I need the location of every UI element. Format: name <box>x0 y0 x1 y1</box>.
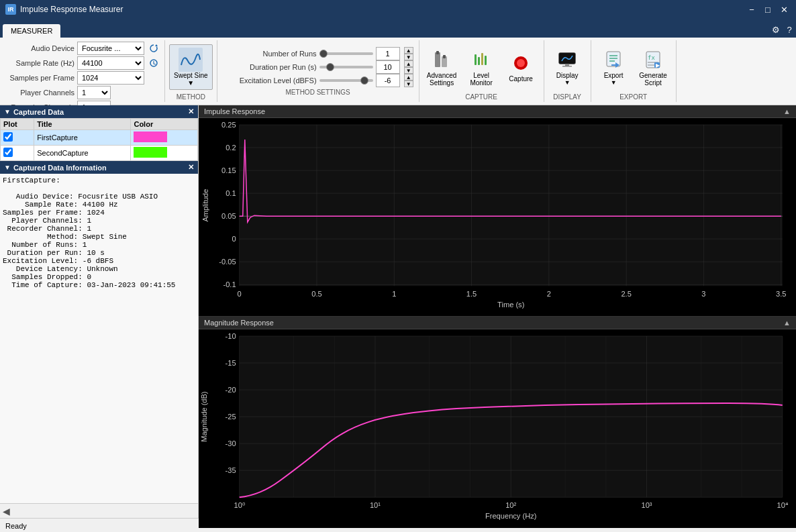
num-runs-label: Number of Runs <box>223 50 317 58</box>
row2-checkbox[interactable] <box>3 148 13 157</box>
capture-button[interactable]: Capture <box>503 48 540 85</box>
ribbon-tabs: MEASURER ⚙ ? <box>0 19 796 38</box>
sample-rate-row: Sample Rate (Hz) 44100 <box>4 56 160 70</box>
scroll-left-button[interactable]: ◀ <box>3 506 10 517</box>
impulse-response-title: Impulse Response <box>204 107 265 115</box>
title-bar: IR Impulse Response Measurer − □ ✕ <box>0 0 796 19</box>
row1-plot[interactable] <box>1 130 34 146</box>
advanced-settings-button[interactable]: AdvancedSettings <box>424 45 460 89</box>
swept-sine-dropdown-icon: ▼ <box>187 79 194 87</box>
excitation-up-button[interactable]: ▲ <box>404 74 413 81</box>
method-group-label: METHOD <box>169 93 213 101</box>
sample-rate-label: Sample Rate (Hz) <box>4 59 74 67</box>
level-monitor-button[interactable]: LevelMonitor <box>463 45 500 89</box>
samples-per-frame-select[interactable]: 1024 <box>77 71 144 85</box>
capture-icon <box>511 51 530 75</box>
captured-data-header-row: Plot Title Color <box>1 119 198 130</box>
export-group-label: EXPORT <box>595 93 672 101</box>
export-group: Export ▼ fx ▶ GenerateScript <box>591 40 677 102</box>
generate-script-icon: fx ▶ <box>644 48 662 72</box>
table-row[interactable]: FirstCapture <box>1 130 198 146</box>
captured-data-info-section: ▼ Captured Data Information ✕ FirstCaptu… <box>0 161 198 503</box>
excitation-spinners: ▲ ▼ <box>404 74 413 87</box>
row2-plot[interactable] <box>1 146 34 161</box>
excitation-row: Excitation Level (dBFS) ▲ ▼ <box>223 74 413 87</box>
advanced-settings-label: AdvancedSettings <box>427 72 456 87</box>
audio-device-refresh-button[interactable] <box>147 42 160 55</box>
num-runs-slider[interactable] <box>319 52 373 55</box>
impulse-response-collapse-icon[interactable]: ▲ <box>783 107 791 115</box>
maximize-button[interactable]: □ <box>761 3 775 16</box>
svg-text:1: 1 <box>392 290 396 298</box>
svg-text:▶: ▶ <box>656 62 660 68</box>
col-color: Color <box>131 119 198 130</box>
impulse-response-header: Impulse Response ▲ <box>199 105 796 118</box>
tab-measurer[interactable]: MEASURER <box>3 24 60 38</box>
method-settings-group-label: METHOD SETTINGS <box>223 89 413 96</box>
duration-slider[interactable] <box>319 66 373 68</box>
app-icon: IR <box>5 4 16 15</box>
captured-data-info-collapse-arrow[interactable]: ▼ <box>4 164 11 171</box>
export-dropdown-icon: ▼ <box>611 79 617 86</box>
svg-text:0.05: 0.05 <box>221 212 236 220</box>
ribbon-help-button[interactable]: ? <box>783 23 796 36</box>
minimize-button[interactable]: − <box>745 3 758 16</box>
export-button[interactable]: Export ▼ <box>595 45 632 89</box>
excitation-slider[interactable] <box>319 79 373 82</box>
excitation-input[interactable] <box>376 74 400 87</box>
excitation-label: Excitation Level (dBFS) <box>223 76 317 85</box>
svg-text:-0.1: -0.1 <box>223 280 236 288</box>
svg-text:-15: -15 <box>226 359 236 367</box>
samples-per-frame-row: Samples per Frame 1024 <box>4 71 160 85</box>
swept-sine-icon <box>179 48 203 72</box>
svg-text:0.1: 0.1 <box>226 189 236 197</box>
num-runs-down-button[interactable]: ▼ <box>404 54 413 60</box>
col-plot: Plot <box>1 119 34 130</box>
audio-device-select[interactable]: Focusrite ... <box>77 42 144 55</box>
captured-data-close-icon[interactable]: ✕ <box>188 107 194 116</box>
svg-text:10¹: 10¹ <box>370 502 381 510</box>
captured-data-info-header: ▼ Captured Data Information ✕ <box>0 161 198 174</box>
player-channels-label: Player Channels <box>4 89 74 97</box>
num-runs-spinners: ▲ ▼ <box>404 47 413 60</box>
num-runs-up-button[interactable]: ▲ <box>404 47 413 54</box>
table-row[interactable]: SecondCapture <box>1 146 198 161</box>
captured-data-info-header-left: ▼ Captured Data Information <box>4 164 107 172</box>
captured-data-info-title: Captured Data Information <box>13 164 107 172</box>
excitation-down-button[interactable]: ▼ <box>404 81 413 87</box>
ribbon-settings-button[interactable]: ⚙ <box>769 23 783 36</box>
captured-data-header: ▼ Captured Data ✕ <box>0 105 198 118</box>
generate-script-button[interactable]: fx ▶ GenerateScript <box>635 45 672 89</box>
row1-checkbox[interactable] <box>3 132 13 142</box>
captured-data-collapse-arrow[interactable]: ▼ <box>4 108 11 115</box>
display-button[interactable]: Display ▼ <box>549 45 586 89</box>
svg-text:Frequency (Hz): Frequency (Hz) <box>485 513 537 521</box>
magnitude-response-title: Magnitude Response <box>204 319 274 327</box>
impulse-response-svg: 0.25 0.2 0.15 0.1 0.05 0 -0.05 -0.1 Ampl… <box>199 118 796 313</box>
swept-sine-button[interactable]: Swept Sine ▼ <box>169 44 213 90</box>
svg-text:-35: -35 <box>226 467 236 475</box>
captured-data-title: Captured Data <box>13 108 64 116</box>
row2-title: SecondCapture <box>34 146 131 161</box>
duration-label: Duration per Run (s) <box>223 63 317 71</box>
captured-data-info-close-icon[interactable]: ✕ <box>188 163 194 172</box>
duration-spinners: ▲ ▼ <box>404 60 413 74</box>
svg-text:10³: 10³ <box>641 502 652 510</box>
duration-up-button[interactable]: ▲ <box>404 60 413 67</box>
main-layout: ▼ Captured Data ✕ Plot Title Color Fir <box>0 105 796 518</box>
row2-color <box>131 146 198 161</box>
sample-rate-select[interactable]: 44100 <box>77 56 144 70</box>
ribbon: MEASURER ⚙ ? Audio Device Focusrite ... … <box>0 19 796 105</box>
magnitude-response-area: -10 -15 -20 -25 -30 -35 Magnitude (dB) 1… <box>199 329 796 524</box>
num-runs-input[interactable] <box>376 47 400 60</box>
duration-input[interactable] <box>376 60 400 74</box>
duration-down-button[interactable]: ▼ <box>404 67 413 74</box>
player-channels-select[interactable]: 1 <box>77 86 111 99</box>
close-button[interactable]: ✕ <box>777 3 791 16</box>
magnitude-response-chart: Magnitude Response ▲ <box>199 317 796 527</box>
level-monitor-label: LevelMonitor <box>470 72 492 87</box>
svg-text:0: 0 <box>238 290 242 298</box>
svg-text:Magnitude (dB): Magnitude (dB) <box>200 392 208 442</box>
svg-text:-20: -20 <box>226 386 236 394</box>
magnitude-response-collapse-icon[interactable]: ▲ <box>783 319 791 327</box>
